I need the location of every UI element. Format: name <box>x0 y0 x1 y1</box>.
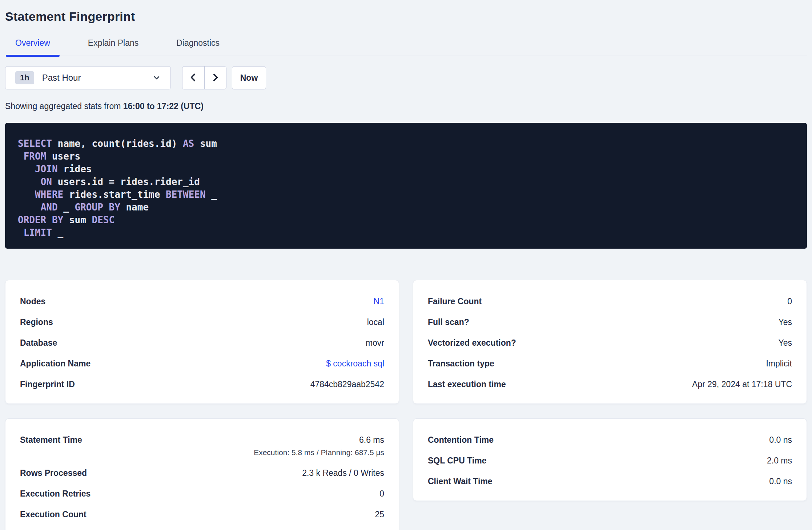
card-row: Client Wait Time0.0 ns <box>428 477 792 486</box>
sql-text <box>18 151 24 162</box>
sql-keyword: BETWEEN <box>166 189 206 200</box>
card-row: Transaction typeImplicit <box>428 359 792 368</box>
time-range-value: Past Hour <box>42 73 81 83</box>
sql-keyword: DESC <box>92 214 115 225</box>
row-label: Execution Retries <box>20 489 91 498</box>
row-value: 6.6 ms <box>254 435 384 445</box>
sql-text: name <box>120 202 149 213</box>
row-value-wrap: N1 <box>374 297 384 306</box>
row-value-wrap: Implicit <box>766 359 792 368</box>
sql-keyword: GROUP BY <box>75 202 120 213</box>
row-value-wrap: 25 <box>375 510 384 519</box>
sql-text: _ <box>206 189 217 200</box>
sql-line: ON users.id = rides.rider_id <box>18 176 791 188</box>
stats-line-range: 16:00 to 17:22 (UTC) <box>123 101 204 111</box>
row-value: 0.0 ns <box>769 435 792 445</box>
sql-text: sum <box>63 214 92 225</box>
aggregated-stats-line: Showing aggregated stats from 16:00 to 1… <box>5 101 807 111</box>
sql-text: rides.start_time <box>63 189 166 200</box>
row-value: movr <box>366 338 384 348</box>
card-row: Vectorized execution?Yes <box>428 338 792 348</box>
row-value-wrap: 2.3 k Reads / 0 Writes <box>302 469 384 478</box>
row-value: Yes <box>778 318 792 327</box>
card-wait-timings: Contention Time0.0 nsSQL CPU Time2.0 msC… <box>413 418 807 501</box>
row-label: Vectorized execution? <box>428 338 516 348</box>
duration-badge: 1h <box>15 71 34 84</box>
row-value-link[interactable]: N1 <box>374 297 384 306</box>
card-row: Application Name$ cockroach sql <box>20 359 384 368</box>
row-label: Application Name <box>20 359 91 368</box>
next-range-button[interactable] <box>205 67 226 89</box>
row-label: Client Wait Time <box>428 477 493 486</box>
row-value-wrap: Yes <box>778 318 792 327</box>
card-row: Fingerprint ID4784cb829aab2542 <box>20 380 384 389</box>
previous-range-button[interactable] <box>182 67 205 89</box>
sql-statement: SELECT name, count(rides.id) AS sum FROM… <box>5 123 807 249</box>
row-label: Fingerprint ID <box>20 380 75 389</box>
row-label: Rows Processed <box>20 469 87 478</box>
card-row: Failure Count0 <box>428 297 792 306</box>
card-row: Rows Processed2.3 k Reads / 0 Writes <box>20 469 384 478</box>
row-value: 25 <box>375 510 384 519</box>
row-label: Failure Count <box>428 297 482 306</box>
row-label: Database <box>20 338 57 348</box>
sql-keyword: JOIN <box>35 164 58 174</box>
time-range-select[interactable]: 1h Past Hour <box>5 66 171 89</box>
row-label: Full scan? <box>428 318 469 327</box>
card-statement-details: NodesN1RegionslocalDatabasemovrApplicati… <box>5 280 399 404</box>
row-value: 0.0 ns <box>769 477 792 486</box>
sql-line: AND _ GROUP BY name <box>18 201 791 214</box>
row-subvalue: Execution: 5.8 ms / Planning: 687.5 µs <box>254 448 384 457</box>
card-row: Statement Time6.6 msExecution: 5.8 ms / … <box>20 435 384 457</box>
row-label: Execution Count <box>20 510 87 519</box>
time-step-buttons <box>182 66 226 89</box>
sql-line: ORDER BY sum DESC <box>18 214 791 226</box>
row-value-wrap: 2.0 ms <box>767 456 792 465</box>
sql-text <box>18 189 35 200</box>
sql-line: JOIN rides <box>18 163 791 176</box>
stats-line-prefix: Showing aggregated stats from <box>5 101 121 111</box>
statement-fingerprint-page: Statement Fingerprint OverviewExplain Pl… <box>0 9 812 530</box>
row-label: Statement Time <box>20 435 82 445</box>
row-value: Yes <box>778 338 792 348</box>
card-row: NodesN1 <box>20 297 384 306</box>
row-label: Contention Time <box>428 435 494 445</box>
row-value-wrap: 0.0 ns <box>769 477 792 486</box>
sql-text: users.id = rides.rider_id <box>52 176 200 187</box>
page-title: Statement Fingerprint <box>5 9 807 24</box>
row-value: Apr 29, 2024 at 17:18 UTC <box>692 380 792 389</box>
row-value: 0 <box>787 297 792 306</box>
tab-explain-plans[interactable]: Explain Plans <box>79 38 148 56</box>
row-value-link[interactable]: $ cockroach sql <box>326 359 384 368</box>
sql-keyword: AS <box>183 138 194 149</box>
card-row: Databasemovr <box>20 338 384 348</box>
tab-diagnostics[interactable]: Diagnostics <box>167 38 229 56</box>
row-value-wrap: 4784cb829aab2542 <box>310 380 384 389</box>
cards-grid: NodesN1RegionslocalDatabasemovrApplicati… <box>5 280 807 530</box>
tab-overview[interactable]: Overview <box>6 38 60 56</box>
sql-text <box>18 227 24 238</box>
sql-text: _ <box>58 202 75 213</box>
sql-text <box>18 164 35 174</box>
row-label: Last execution time <box>428 380 506 389</box>
row-label: SQL CPU Time <box>428 456 486 465</box>
card-row: Execution Retries0 <box>20 489 384 498</box>
card-statement-timings: Statement Time6.6 msExecution: 5.8 ms / … <box>5 418 399 530</box>
chevron-left-icon <box>189 73 198 83</box>
sql-keyword: FROM <box>24 151 47 162</box>
sql-keyword: WHERE <box>35 189 63 200</box>
card-row: Contention Time0.0 ns <box>428 435 792 445</box>
row-value-wrap: 0 <box>787 297 792 306</box>
now-button[interactable]: Now <box>232 66 266 89</box>
row-value-wrap: local <box>367 318 384 327</box>
row-value: 0 <box>379 489 384 498</box>
card-execution-attributes: Failure Count0Full scan?YesVectorized ex… <box>413 280 807 404</box>
row-label: Regions <box>20 318 53 327</box>
sql-keyword: AND <box>41 202 58 213</box>
sql-text: _ <box>52 227 63 238</box>
sql-keyword: ON <box>41 176 52 187</box>
row-value: local <box>367 318 384 327</box>
chevron-right-icon <box>210 73 220 83</box>
card-row: Regionslocal <box>20 318 384 327</box>
time-controls: 1h Past Hour Now <box>5 66 807 89</box>
